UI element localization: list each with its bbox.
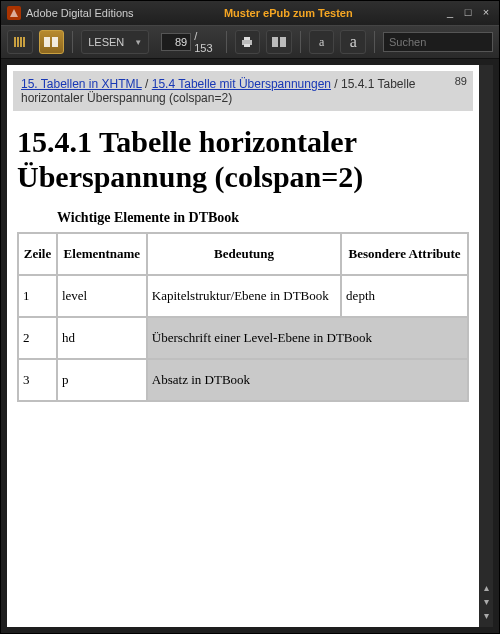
page-current-input[interactable]	[161, 33, 191, 51]
col-attribute: Besondere Attribute	[341, 233, 468, 275]
toolbar: LESEN ▼ / 153 a a	[1, 25, 499, 59]
close-button[interactable]: ×	[479, 6, 493, 20]
cell-zeile: 1	[18, 275, 57, 317]
page-indicator: / 153	[161, 30, 218, 54]
app-name: Adobe Digital Editions	[26, 7, 134, 19]
search-wrap	[383, 32, 493, 52]
cell-bedeutung: Kapitelstruktur/Ebene in DTBook	[147, 275, 341, 317]
dtbook-table: Zeile Elementname Bedeutung Besondere At…	[17, 232, 469, 402]
right-sidebar: ▴ ▾ ▾	[479, 65, 493, 627]
table-row: 1levelKapitelstruktur/Ebene in DTBookdep…	[18, 275, 468, 317]
separator	[374, 31, 375, 53]
breadcrumb: 15. Tabellen in XHTML / 15.4 Tabelle mit…	[13, 71, 473, 111]
svg-rect-3	[23, 37, 25, 47]
svg-rect-1	[17, 37, 19, 47]
col-zeile: Zeile	[18, 233, 57, 275]
table-body: 1levelKapitelstruktur/Ebene in DTBookdep…	[18, 275, 468, 401]
minimize-button[interactable]: _	[443, 6, 457, 20]
scroll-down-button[interactable]: ▾	[481, 597, 491, 607]
titlebar: Adobe Digital Editions Muster ePub zum T…	[1, 1, 499, 25]
maximize-button[interactable]: □	[461, 6, 475, 20]
breadcrumb-link-2[interactable]: 15.4 Tabelle mit Überspannungen	[152, 77, 331, 91]
cell-bedeutung: Absatz in DTBook	[147, 359, 468, 401]
book-open-icon	[43, 36, 59, 48]
svg-rect-2	[20, 37, 22, 47]
page-view: 15. Tabellen in XHTML / 15.4 Tabelle mit…	[7, 65, 479, 627]
font-smaller-icon: a	[319, 35, 324, 50]
cell-bedeutung: Überschrift einer Level-Ebene in DTBook	[147, 317, 468, 359]
reading-view-button[interactable]	[39, 30, 65, 54]
page-title: 15.4.1 Tabelle horizontaler Überspannung…	[7, 111, 479, 204]
font-smaller-button[interactable]: a	[309, 30, 335, 54]
breadcrumb-page-number: 89	[455, 75, 467, 87]
print-button[interactable]	[235, 30, 261, 54]
cell-elementname: hd	[57, 317, 147, 359]
document-title: Muster ePub zum Testen	[134, 7, 443, 19]
cell-elementname: p	[57, 359, 147, 401]
svg-rect-7	[272, 37, 278, 47]
separator	[300, 31, 301, 53]
window-buttons: _ □ ×	[443, 6, 493, 20]
library-icon	[13, 36, 27, 48]
separator	[72, 31, 73, 53]
col-elementname: Elementname	[57, 233, 147, 275]
read-menu[interactable]: LESEN ▼	[81, 30, 149, 54]
breadcrumb-sep: /	[142, 77, 152, 91]
cell-attribute: depth	[341, 275, 468, 317]
font-larger-button[interactable]: a	[340, 30, 366, 54]
table-header-row: Zeile Elementname Bedeutung Besondere At…	[18, 233, 468, 275]
svg-rect-5	[244, 37, 250, 40]
cell-zeile: 3	[18, 359, 57, 401]
cell-zeile: 2	[18, 317, 57, 359]
content-frame: 15. Tabellen in XHTML / 15.4 Tabelle mit…	[1, 59, 499, 633]
svg-rect-8	[280, 37, 286, 47]
scroll-down-button-2[interactable]: ▾	[481, 611, 491, 621]
breadcrumb-link-1[interactable]: 15. Tabellen in XHTML	[21, 77, 142, 91]
svg-rect-6	[244, 44, 250, 47]
table-row: 3pAbsatz in DTBook	[18, 359, 468, 401]
font-larger-icon: a	[350, 33, 357, 51]
table-caption: Wichtige Elemente in DTBook	[7, 204, 479, 232]
app-logo-icon	[7, 6, 21, 20]
read-menu-label: LESEN	[88, 36, 124, 48]
page-total: / 153	[194, 30, 218, 54]
search-input[interactable]	[383, 32, 493, 52]
chevron-down-icon: ▼	[134, 38, 142, 47]
svg-rect-0	[14, 37, 16, 47]
dual-page-button[interactable]	[266, 30, 292, 54]
printer-icon	[240, 36, 254, 48]
table-row: 2hdÜberschrift einer Level-Ebene in DTBo…	[18, 317, 468, 359]
cell-elementname: level	[57, 275, 147, 317]
separator	[226, 31, 227, 53]
app-window: Adobe Digital Editions Muster ePub zum T…	[0, 0, 500, 634]
dual-page-icon	[271, 36, 287, 48]
library-view-button[interactable]	[7, 30, 33, 54]
scroll-up-button[interactable]: ▴	[481, 583, 491, 593]
col-bedeutung: Bedeutung	[147, 233, 341, 275]
